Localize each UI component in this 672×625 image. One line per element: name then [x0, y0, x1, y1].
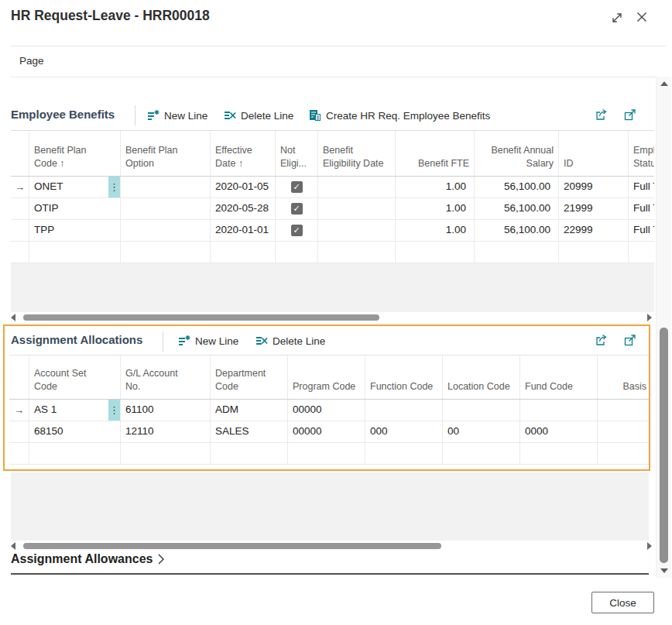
- close-button[interactable]: Close: [591, 592, 654, 613]
- scrollbar-down-arrow-icon[interactable]: [660, 568, 668, 573]
- eb-horizontal-scrollbar[interactable]: [11, 313, 652, 322]
- cell-id[interactable]: 20999: [559, 177, 629, 197]
- cell-benefit-eligibility-date[interactable]: [318, 177, 396, 197]
- create-benefits-icon: [309, 109, 321, 122]
- aa-column-header-location-code[interactable]: Location Code: [443, 355, 520, 399]
- close-dialog-button[interactable]: [633, 9, 650, 26]
- aa-column-header-function-code[interactable]: Function Code: [365, 355, 443, 399]
- vertical-scrollbar[interactable]: [656, 77, 671, 578]
- aa-empty-row[interactable]: [9, 443, 649, 465]
- cell-employment-status[interactable]: Full Time: [629, 177, 654, 197]
- row-menu-button[interactable]: ⋮: [108, 177, 121, 197]
- cell-fund-code[interactable]: 0000: [520, 421, 598, 442]
- cell-benefit-plan-option[interactable]: [121, 198, 211, 219]
- cell-gl-account-no[interactable]: 12110: [121, 421, 211, 442]
- cell-gl-account-no[interactable]: 61100: [121, 400, 211, 421]
- cell-benefit-plan-option[interactable]: [121, 220, 211, 241]
- expand-dialog-button[interactable]: [609, 9, 626, 26]
- cell-department-code[interactable]: SALES: [211, 421, 288, 442]
- vertical-scrollbar-thumb[interactable]: [660, 328, 668, 563]
- not-eligible-checkbox[interactable]: [291, 225, 303, 236]
- aa-new-line-button[interactable]: New Line: [178, 335, 238, 347]
- aa-column-header-program-code[interactable]: Program Code: [288, 355, 365, 399]
- cell-employment-status[interactable]: Full Time: [629, 220, 654, 241]
- eb-open-in-new-button[interactable]: [623, 108, 637, 125]
- cell-not-eligible[interactable]: [276, 220, 318, 241]
- cell-department-code[interactable]: ADM: [211, 400, 288, 421]
- cell-benefit-eligibility-date[interactable]: [318, 198, 396, 219]
- cell-basis[interactable]: [598, 421, 649, 442]
- cell-id[interactable]: 22999: [559, 220, 629, 241]
- cell-location-code[interactable]: 00: [443, 421, 520, 442]
- scrollbar-left-arrow-icon[interactable]: [11, 314, 15, 321]
- eb-column-header-id[interactable]: ID: [559, 131, 629, 176]
- eb-share-button[interactable]: [595, 108, 609, 125]
- eb-empty-row[interactable]: [11, 242, 654, 263]
- eb-column-header-benefit-eligibility-date[interactable]: Benefit Eligibility Date: [318, 131, 396, 176]
- row-menu-cell[interactable]: [108, 421, 121, 442]
- cell-account-set-code[interactable]: AS 1: [29, 400, 108, 421]
- row-menu-cell[interactable]: [108, 220, 121, 241]
- cell-benefit-annual-salary[interactable]: 56,100.00: [475, 177, 559, 197]
- cell-not-eligible[interactable]: [276, 177, 318, 197]
- aa-column-header-gl-account-no[interactable]: G/L Account No.: [121, 355, 211, 399]
- cell-account-set-code[interactable]: 68150: [29, 421, 108, 442]
- employee-benefits-grid: Benefit Plan Code ↑ Benefit Plan Option …: [11, 130, 654, 263]
- row-menu-cell[interactable]: [108, 198, 121, 219]
- scrollbar-right-arrow-icon[interactable]: [647, 314, 652, 321]
- eb-delete-line-button[interactable]: Delete Line: [224, 109, 293, 122]
- cell-benefit-plan-code[interactable]: OTIP: [29, 198, 108, 219]
- cell-function-code[interactable]: 000: [365, 421, 443, 442]
- cell-fund-code[interactable]: [520, 400, 598, 421]
- eb-column-header-employment-status[interactable]: Employment Status: [629, 131, 654, 176]
- open-in-new-icon: [623, 108, 637, 122]
- eb-column-header-not-eligible[interactable]: Not Eligi...: [276, 131, 318, 176]
- cell-benefit-annual-salary[interactable]: 56,100.00: [475, 220, 559, 241]
- eb-column-header-effective-date[interactable]: Effective Date ↑: [211, 131, 276, 176]
- row-menu-button[interactable]: ⋮: [108, 400, 121, 421]
- assignment-allowances-header[interactable]: Assignment Allowances: [11, 552, 165, 566]
- menu-item-page[interactable]: Page: [19, 55, 44, 67]
- scrollbar-left-arrow-icon[interactable]: [11, 542, 15, 550]
- eb-scrollbar-thumb[interactable]: [23, 314, 379, 321]
- aa-column-header-account-set-code[interactable]: Account Set Code: [29, 355, 121, 399]
- cell-program-code[interactable]: 00000: [288, 421, 365, 442]
- scrollbar-right-arrow-icon[interactable]: [647, 542, 652, 550]
- cell-id[interactable]: 21999: [559, 198, 629, 219]
- cell-benefit-plan-code[interactable]: ONET: [29, 177, 108, 197]
- cell-program-code[interactable]: 00000: [288, 400, 365, 421]
- cell-basis[interactable]: [598, 400, 649, 421]
- aa-share-button[interactable]: [595, 333, 609, 350]
- aa-column-header-fund-code[interactable]: Fund Code: [520, 355, 598, 399]
- cell-location-code[interactable]: [443, 400, 520, 421]
- cell-benefit-fte[interactable]: 1.00: [396, 220, 475, 241]
- cell-benefit-plan-code[interactable]: TPP: [29, 220, 108, 241]
- cell-benefit-plan-option[interactable]: [121, 177, 211, 197]
- aa-column-header-basis[interactable]: Basis: [598, 355, 649, 399]
- eb-new-line-label: New Line: [164, 110, 207, 122]
- cell-effective-date[interactable]: 2020-05-28: [211, 198, 276, 219]
- eb-column-header-benefit-plan-option[interactable]: Benefit Plan Option: [121, 131, 211, 176]
- cell-effective-date[interactable]: 2020-01-05: [211, 177, 276, 197]
- aa-horizontal-scrollbar[interactable]: [11, 541, 652, 551]
- aa-delete-line-button[interactable]: Delete Line: [255, 335, 325, 347]
- not-eligible-checkbox[interactable]: [291, 181, 303, 193]
- aa-scrollbar-thumb[interactable]: [23, 543, 441, 549]
- cell-benefit-fte[interactable]: 1.00: [396, 177, 475, 197]
- eb-create-benefits-button[interactable]: Create HR Req. Employee Benefits: [309, 109, 490, 122]
- cell-function-code[interactable]: [365, 400, 443, 421]
- aa-column-header-department-code[interactable]: Department Code: [211, 355, 288, 399]
- cell-not-eligible[interactable]: [276, 198, 318, 219]
- cell-benefit-eligibility-date[interactable]: [318, 220, 396, 241]
- aa-open-in-new-button[interactable]: [623, 333, 637, 350]
- eb-new-line-button[interactable]: New Line: [147, 109, 207, 122]
- scrollbar-up-arrow-icon[interactable]: [660, 81, 668, 86]
- eb-column-header-benefit-fte[interactable]: Benefit FTE: [396, 131, 475, 176]
- cell-employment-status[interactable]: Full Time: [629, 198, 654, 219]
- cell-effective-date[interactable]: 2020-01-01: [211, 220, 276, 241]
- eb-column-header-benefit-annual-salary[interactable]: Benefit Annual Salary: [475, 131, 559, 176]
- cell-benefit-annual-salary[interactable]: 56,100.00: [475, 198, 559, 219]
- not-eligible-checkbox[interactable]: [291, 203, 303, 215]
- cell-benefit-fte[interactable]: 1.00: [396, 198, 475, 219]
- eb-column-header-benefit-plan-code[interactable]: Benefit Plan Code ↑: [29, 131, 121, 176]
